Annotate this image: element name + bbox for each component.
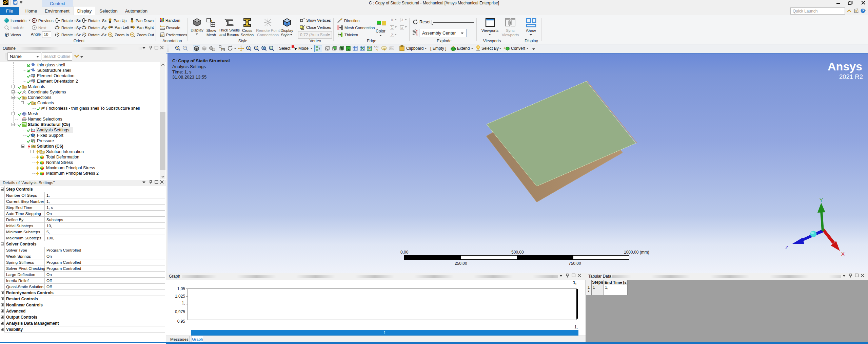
- svg-text:X,Y,Z: X,Y,Z: [374, 46, 379, 48]
- svg-text:100: 100: [382, 47, 386, 49]
- svg-text:X: X: [841, 251, 845, 257]
- svg-text:?: ?: [862, 9, 864, 13]
- svg-text:Z: Z: [785, 244, 788, 250]
- svg-text:Abc: Abc: [390, 47, 394, 49]
- svg-text:Y: Y: [820, 197, 823, 203]
